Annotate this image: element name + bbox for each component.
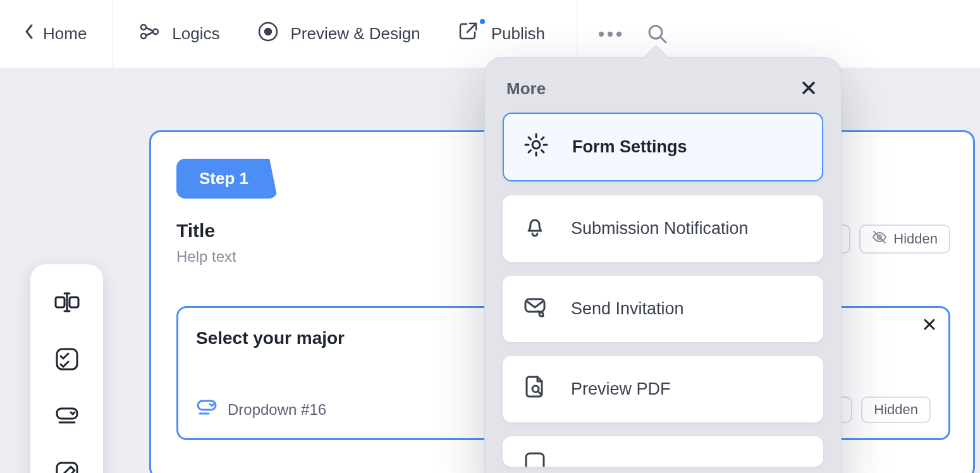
tool-dropdown[interactable] (53, 402, 81, 433)
nav-logics-label: Logics (172, 24, 219, 44)
menu-item-label: Submission Notification (571, 219, 749, 238)
popover-close-button[interactable] (800, 80, 817, 99)
search-button[interactable] (647, 23, 668, 45)
nav-logics[interactable]: Logics (138, 20, 219, 47)
generic-icon (522, 449, 548, 467)
step-badge-label: Step 1 (199, 169, 248, 188)
svg-point-7 (616, 32, 622, 37)
menu-item-submission-notification[interactable]: Submission Notification (503, 195, 823, 262)
menu-item-label: Send Invitation (571, 299, 684, 319)
menu-item-partial[interactable] (503, 436, 823, 467)
svg-point-1 (141, 34, 146, 39)
menu-item-preview-pdf[interactable]: Preview PDF (503, 356, 823, 422)
envelope-edit-icon (522, 293, 548, 324)
menu-item-label: Preview PDF (571, 379, 671, 399)
field-close-button[interactable] (922, 317, 937, 335)
svg-point-16 (532, 141, 540, 149)
svg-rect-11 (57, 349, 77, 369)
nav-items: Logics Preview & Design Publish (113, 0, 545, 68)
nav-publish[interactable]: Publish (457, 20, 545, 47)
field-hidden-chip-label: Hidden (874, 402, 918, 418)
gear-icon (523, 132, 549, 163)
publish-icon (457, 20, 480, 47)
pdf-preview-icon (522, 374, 548, 405)
tool-edit[interactable] (53, 459, 81, 473)
menu-item-label: Form Settings (572, 137, 687, 157)
menu-item-form-settings[interactable]: Form Settings (503, 113, 823, 181)
nav-preview-label: Preview & Design (291, 24, 420, 44)
svg-point-6 (608, 32, 613, 37)
eye-off-icon (872, 230, 887, 249)
svg-rect-9 (56, 297, 64, 307)
popover-title: More (506, 79, 546, 99)
svg-point-5 (599, 32, 604, 37)
preview-icon (257, 20, 279, 47)
svg-point-4 (265, 28, 271, 35)
menu-item-send-invitation[interactable]: Send Invitation (503, 276, 823, 342)
hidden-chip-label: Hidden (893, 231, 938, 247)
bell-icon (522, 213, 548, 244)
step-badge: Step 1 (176, 159, 278, 199)
svg-rect-10 (70, 297, 78, 307)
nav-publish-label: Publish (491, 24, 545, 44)
svg-point-18 (539, 312, 543, 316)
tool-rail (30, 264, 103, 473)
svg-point-2 (153, 29, 158, 34)
svg-rect-20 (526, 453, 544, 467)
field-hidden-chip[interactable]: Hidden (861, 396, 931, 423)
chevron-left-icon (24, 23, 34, 44)
publish-indicator-dot (480, 19, 485, 24)
field-type[interactable]: Dropdown #16 (196, 397, 326, 422)
logics-icon (138, 20, 161, 47)
svg-point-0 (141, 25, 146, 30)
nav-preview-design[interactable]: Preview & Design (257, 20, 420, 47)
tool-text-input[interactable] (53, 288, 81, 319)
tool-checklist[interactable] (53, 345, 81, 376)
svg-rect-17 (525, 299, 544, 312)
dropdown-field-icon (196, 397, 217, 422)
top-nav: Home Logics Preview & Design Publish (0, 0, 980, 68)
field-type-label: Dropdown #16 (228, 401, 326, 419)
popover-header: More (503, 77, 823, 113)
nav-right (596, 23, 668, 45)
more-popover: More Form Settings Submission Notificati… (484, 57, 842, 473)
more-menu-button[interactable] (596, 30, 624, 38)
home-label: Home (43, 24, 87, 44)
home-button[interactable]: Home (0, 0, 113, 68)
hidden-chip[interactable]: Hidden (859, 224, 950, 254)
